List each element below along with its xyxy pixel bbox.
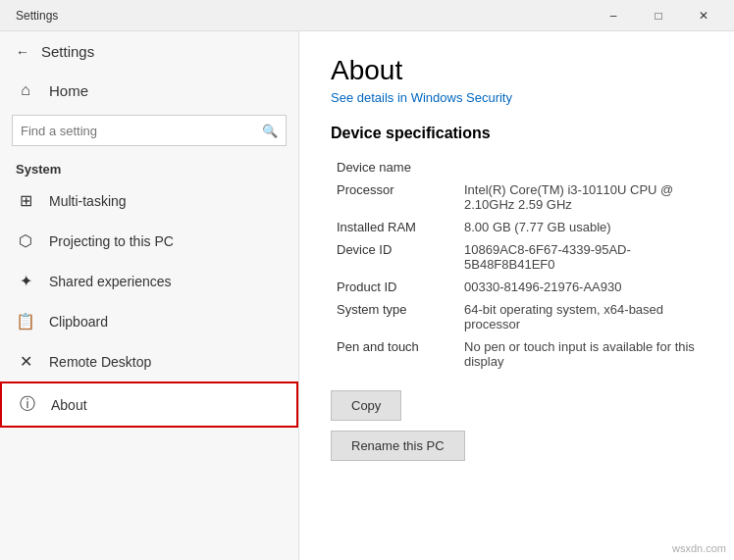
spec-value-device-name [458,156,703,178]
home-icon: ⌂ [16,81,35,99]
title-bar-title: Settings [16,9,591,23]
sidebar-item-shared[interactable]: ✦ Shared experiences [0,261,298,301]
spec-label-ram: Installed RAM [331,216,458,238]
multitasking-label: Multi-tasking [49,193,127,209]
spec-value-processor: Intel(R) Core(TM) i3-10110U CPU @ 2.10GH… [458,178,703,216]
content-area: About See details in Windows Security De… [299,31,734,560]
maximize-button[interactable]: □ [636,0,681,31]
spec-label-product-id: Product ID [331,276,458,298]
search-box[interactable]: 🔍 [12,115,287,146]
spec-label-device-id: Device ID [331,238,458,276]
sidebar: ← Settings ⌂ Home 🔍 System ⊞ Multi-taski… [0,31,299,560]
search-icon: 🔍 [262,124,278,138]
spec-row-device-name: Device name [331,156,703,178]
title-bar: Settings – □ ✕ [0,0,734,31]
spec-label-pen-touch: Pen and touch [331,335,458,373]
sidebar-item-projecting[interactable]: ⬡ Projecting to this PC [0,221,298,261]
device-specs-title: Device specifications [331,125,703,142]
shared-icon: ✦ [16,272,35,290]
action-buttons: Copy Rename this PC [331,390,703,471]
back-icon: ← [16,44,29,60]
sidebar-item-about[interactable]: ⓘ About [0,382,298,428]
minimize-button[interactable]: – [591,0,636,31]
search-input[interactable] [21,124,256,138]
spec-row-system-type: System type 64-bit operating system, x64… [331,298,703,335]
sidebar-header: ← Settings [0,31,298,72]
sidebar-app-title: Settings [41,43,94,60]
projecting-icon: ⬡ [16,231,35,250]
security-link[interactable]: See details in Windows Security [331,90,703,105]
title-bar-controls: – □ ✕ [591,0,726,31]
clipboard-icon: 📋 [16,312,35,331]
home-label: Home [49,82,88,99]
remote-label: Remote Desktop [49,354,151,370]
watermark: wsxdn.com [672,542,726,554]
spec-label-device-name: Device name [331,156,458,178]
shared-label: Shared experiences [49,274,172,289]
spec-row-ram: Installed RAM 8.00 GB (7.77 GB usable) [331,216,703,238]
remote-icon: ✕ [16,352,35,371]
specs-table: Device name Processor Intel(R) Core(TM) … [331,156,703,373]
sidebar-item-clipboard[interactable]: 📋 Clipboard [0,301,298,341]
about-label: About [51,397,87,413]
close-button[interactable]: ✕ [681,0,726,31]
spec-value-pen-touch: No pen or touch input is available for t… [458,335,703,373]
spec-row-device-id: Device ID 10869AC8-6F67-4339-95AD-5B48F8… [331,238,703,276]
spec-row-pen-touch: Pen and touch No pen or touch input is a… [331,335,703,373]
sidebar-item-remote[interactable]: ✕ Remote Desktop [0,341,298,382]
clipboard-label: Clipboard [49,314,108,330]
copy-button[interactable]: Copy [331,390,401,421]
spec-row-processor: Processor Intel(R) Core(TM) i3-10110U CP… [331,178,703,216]
projecting-label: Projecting to this PC [49,233,174,249]
main-layout: ← Settings ⌂ Home 🔍 System ⊞ Multi-taski… [0,31,734,560]
spec-value-system-type: 64-bit operating system, x64-based proce… [458,298,703,335]
spec-value-device-id: 10869AC8-6F67-4339-95AD-5B48F8B41EF0 [458,238,703,276]
home-button[interactable]: ⌂ Home [0,72,298,109]
back-button[interactable]: ← [16,44,29,60]
sidebar-item-multitasking[interactable]: ⊞ Multi-tasking [0,180,298,221]
about-icon: ⓘ [18,394,37,415]
page-title: About [331,55,703,86]
system-section-heading: System [0,156,298,180]
spec-label-system-type: System type [331,298,458,335]
multitasking-icon: ⊞ [16,191,35,210]
spec-label-processor: Processor [331,178,458,216]
spec-row-product-id: Product ID 00330-81496-21976-AA930 [331,276,703,298]
spec-value-product-id: 00330-81496-21976-AA930 [458,276,703,298]
rename-button[interactable]: Rename this PC [331,431,465,461]
spec-value-ram: 8.00 GB (7.77 GB usable) [458,216,703,238]
